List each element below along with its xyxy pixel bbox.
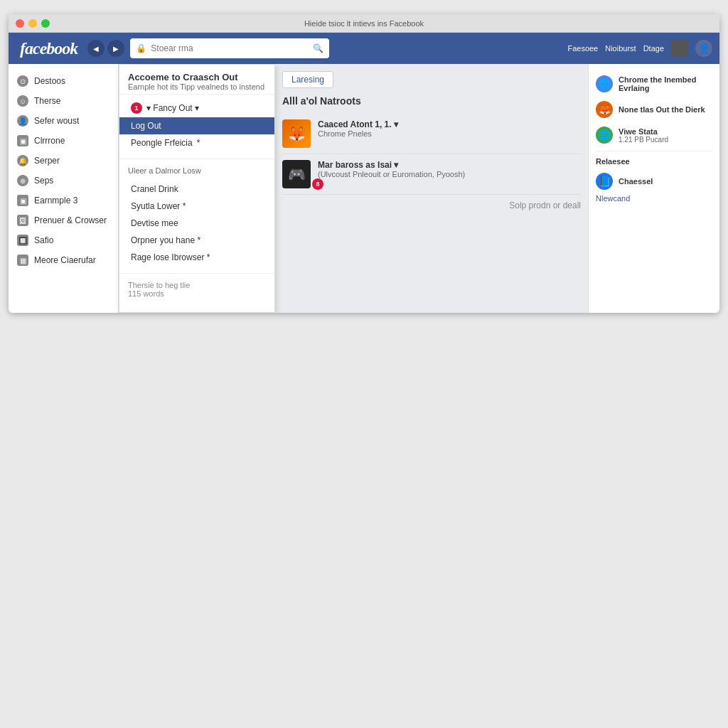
window-controls <box>16 19 50 28</box>
dropdown-item-1-label: Syutla Lower * <box>131 201 186 211</box>
center-area: Accoeme to Craasch Out Earnple hot its T… <box>119 64 588 313</box>
content-tab[interactable]: Laresing <box>282 71 333 88</box>
sidebar-item-prenuer[interactable]: 🖼 Prenuer & Crowser <box>9 210 118 230</box>
right-item-channel-text: Chaessel <box>619 177 653 186</box>
nav-avatar[interactable] <box>671 40 688 57</box>
notif-sub-1: (Ulvcoust Pnleouit or Euromation, Pyoosh… <box>318 170 581 178</box>
dropdown-item-fancy-label: ▾ Fancy Out ▾ <box>146 103 199 113</box>
nav-right: Faesoee Nioiburst Dtage 👤 <box>567 40 712 57</box>
dropdown-item-0[interactable]: Cranel Drink <box>119 181 274 198</box>
lock-icon: 🔒 <box>136 43 146 53</box>
dropdown-item-3-label: Orpner you hane * <box>131 235 200 245</box>
chrome-blue-icon: 🌐 <box>596 75 613 92</box>
dropdown-header-sub: Earnple hot its Tipp vealneds to instend <box>128 82 266 91</box>
notification-item-1: 🎮 Mar baross as Isai ▾ (Ulvcoust Pnleoui… <box>282 154 581 195</box>
sidebar-label-safio: Safio <box>34 235 53 245</box>
nav-icon-2[interactable]: ▶ <box>107 40 124 57</box>
window-title: Hieide tsioc lt intievs ins Facebook <box>304 19 424 28</box>
sidebar-item-destoos[interactable]: ⊙ Destoos <box>9 71 118 91</box>
safio-icon: 🔲 <box>17 235 28 246</box>
stop-text: Solp prodn or deall <box>282 195 581 216</box>
dropdown-header: Accoeme to Craasch Out Earnple hot its T… <box>119 65 274 95</box>
search-icon: 🔍 <box>313 43 323 53</box>
dropdown-divider <box>119 159 274 159</box>
close-button[interactable] <box>16 19 24 28</box>
right-item-chrome[interactable]: 🌐 Chrome the Inembed Evrlaing <box>596 71 712 97</box>
notif-badge-count-1: 8 <box>312 178 323 190</box>
dropdown-item-0-label: Cranel Drink <box>131 184 178 194</box>
notif-avatar-dark: 🎮 <box>282 160 311 188</box>
notif-content-1: Mar baross as Isai ▾ (Ulvcoust Pnleouit … <box>318 160 581 178</box>
nav-notifications[interactable]: Nioiburst <box>605 44 636 53</box>
title-bar: Hieide tsioc lt intievs ins Facebook <box>9 14 719 33</box>
nav-pages[interactable]: Dtage <box>643 44 664 53</box>
right-item-stats-sub: 1.21 PB Pucard <box>619 136 668 144</box>
sidebar: ⊙ Destoos ☺ Therse 👤 Sefer woust ▣ Clrrr… <box>9 64 119 313</box>
right-item-channel[interactable]: 📘 Chaessel <box>596 168 712 194</box>
sidebar-label-earnmple: Earnmple 3 <box>34 196 77 205</box>
notif-badge-1: 8 <box>312 178 323 190</box>
dropdown-badge: 1 <box>131 102 142 114</box>
sidebar-item-seps[interactable]: ⊕ Seps <box>9 171 118 191</box>
right-panel-link[interactable]: Nlewcand <box>596 194 712 203</box>
sidebar-item-clrrrone[interactable]: ▣ Clrrrone <box>9 131 118 151</box>
right-item-firefox-title: None tlas Out the Dierk <box>619 105 705 114</box>
dropdown-item-3[interactable]: Orpner you hane * <box>119 232 274 249</box>
dropdown-people-label: Peongle Frfeicia <box>131 138 193 148</box>
nav-favorites[interactable]: Faesoee <box>567 44 598 53</box>
clrrrone-icon: ▣ <box>17 135 28 146</box>
earnmple-icon: ▣ <box>17 195 28 206</box>
dropdown-item-2-label: Devtise mee <box>131 218 178 228</box>
dropdown-item-4[interactable]: Rage lose Ibrowser * <box>119 249 274 266</box>
seps-icon: ⊕ <box>17 175 28 186</box>
serper-icon: 🔔 <box>17 155 28 166</box>
dropdown-section-label: Uleer a Dalmor Losw <box>119 162 274 176</box>
sidebar-item-therse[interactable]: ☺ Therse <box>9 91 118 111</box>
dropdown-section-more: Cranel Drink Syutla Lower * Devtise mee … <box>119 176 274 270</box>
dropdown-panel: Accoeme to Craasch Out Earnple hot its T… <box>119 64 275 313</box>
sidebar-label-seps: Seps <box>34 176 53 186</box>
dropdown-footer-sub: 115 words <box>128 289 266 298</box>
dropdown-item-2[interactable]: Devtise mee <box>119 215 274 232</box>
right-item-firefox[interactable]: 🦊 None tlas Out the Dierk <box>596 97 712 122</box>
notif-avatar-firefox: 🦊 <box>282 119 311 148</box>
nav-person-icon[interactable]: 👤 <box>695 40 712 57</box>
dropdown-item-fancy[interactable]: 1 ▾ Fancy Out ▾ <box>119 99 274 117</box>
asterisk-icon: * <box>197 138 200 148</box>
chrome-green-icon: 🌐 <box>596 127 613 144</box>
channel-blue-icon: 📘 <box>596 173 613 190</box>
facebook-logo[interactable]: facebook <box>16 39 82 58</box>
nav-icons: ◀ ▶ <box>87 40 124 57</box>
main-layout: ⊙ Destoos ☺ Therse 👤 Sefer woust ▣ Clrrr… <box>9 64 719 313</box>
search-input[interactable] <box>151 43 309 53</box>
right-section-label: Relaesee <box>596 151 712 168</box>
sidebar-label-destoos: Destoos <box>34 76 65 86</box>
right-item-chrome-text: Chrome the Inembed Evrlaing <box>619 75 712 92</box>
dropdown-logout-label: Log Out <box>131 121 161 131</box>
sidebar-label-prenuer: Prenuer & Crowser <box>34 215 107 225</box>
sidebar-item-sefer[interactable]: 👤 Sefer woust <box>9 111 118 131</box>
sidebar-item-safio[interactable]: 🔲 Safio <box>9 230 118 250</box>
firefox-orange-icon: 🦊 <box>596 101 613 118</box>
notif-sub-0: Chrome Pneles <box>318 129 581 138</box>
prenuer-icon: 🖼 <box>17 215 28 226</box>
content-section-title: Alll a'ol Natroots <box>282 95 581 107</box>
dropdown-item-1[interactable]: Syutla Lower * <box>119 198 274 215</box>
minimize-button[interactable] <box>28 19 37 28</box>
sidebar-label-clrrrone: Clrrrone <box>34 136 65 146</box>
maximize-button[interactable] <box>41 19 50 28</box>
sidebar-item-meore[interactable]: ▦ Meore Ciaerufar <box>9 250 118 270</box>
dropdown-section-main: 1 ▾ Fancy Out ▾ Log Out Peongle Frfeicia… <box>119 95 274 156</box>
sidebar-item-earnmple[interactable]: ▣ Earnmple 3 <box>9 191 118 210</box>
nav-icon-1[interactable]: ◀ <box>87 40 105 57</box>
dropdown-divider-2 <box>119 273 274 274</box>
content-area: Laresing Alll a'ol Natroots 🦊 Caaced Ato… <box>275 64 588 313</box>
sidebar-item-serper[interactable]: 🔔 Serper <box>9 151 118 171</box>
right-panel: 🌐 Chrome the Inembed Evrlaing 🦊 None tla… <box>588 64 719 313</box>
right-item-stats[interactable]: 🌐 Viwe Stata 1.21 PB Pucard <box>596 122 712 148</box>
dropdown-item-people[interactable]: Peongle Frfeicia * <box>119 134 274 151</box>
nav-bar: facebook ◀ ▶ 🔒 🔍 Faesoee Nioiburst Dtage… <box>9 33 719 64</box>
dropdown-item-logout[interactable]: Log Out <box>119 117 274 134</box>
sidebar-label-serper: Serper <box>34 156 60 166</box>
right-item-firefox-text: None tlas Out the Dierk <box>619 105 705 114</box>
